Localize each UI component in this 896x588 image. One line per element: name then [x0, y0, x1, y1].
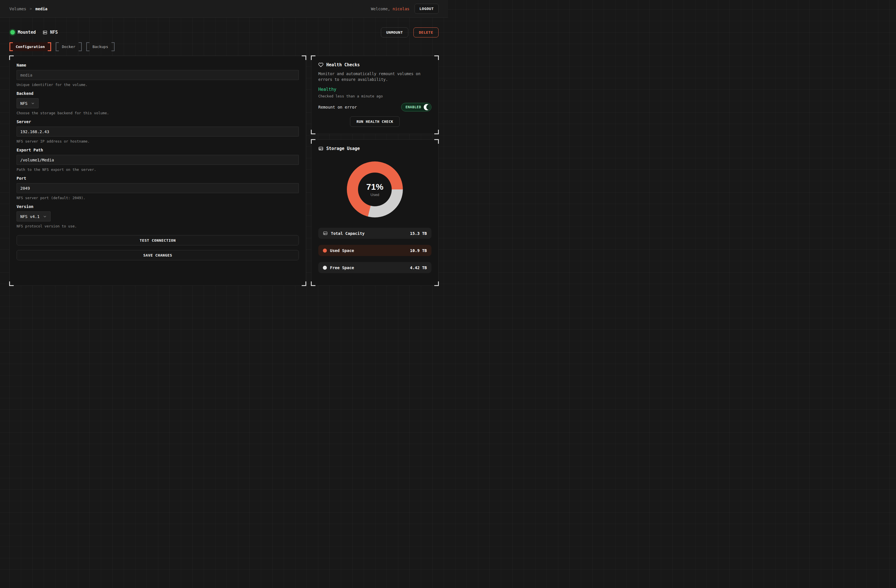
tab-docker[interactable]: Docker — [56, 42, 82, 51]
legend-value: 15.3 TB — [410, 231, 427, 236]
tab-backups[interactable]: Backups — [86, 42, 114, 51]
legend-value: 4.42 TB — [410, 265, 427, 270]
corner-bracket — [302, 55, 306, 60]
legend-value: 10.9 TB — [410, 248, 427, 253]
breadcrumb-current: media — [35, 6, 47, 11]
run-health-check-button[interactable]: RUN HEALTH CHECK — [350, 116, 400, 127]
remount-row: Remount on error ENABLED — [318, 103, 431, 111]
backend-chip-label: NFS — [50, 30, 58, 35]
backend-chip: NFS — [43, 30, 58, 35]
backend-label: Backend — [17, 91, 299, 96]
version-help: NFS protocol version to use. — [17, 224, 299, 228]
tab-bar: Configuration Docker Backups — [9, 42, 439, 51]
corner-bracket — [434, 139, 439, 144]
delete-button[interactable]: DELETE — [413, 27, 439, 37]
test-connection-button[interactable]: TEST CONNECTION — [17, 235, 299, 245]
export-path-label: Export Path — [17, 148, 299, 152]
legend-row-free: Free Space 4.42 TB — [318, 262, 431, 273]
legend-row-total: Total Capacity 15.3 TB — [318, 228, 431, 239]
breadcrumb-volumes-link[interactable]: Volumes — [9, 6, 26, 11]
server-label: Server — [17, 119, 299, 124]
corner-bracket — [434, 55, 439, 60]
welcome-prefix: Welcome, — [371, 6, 390, 11]
name-field: Name Unique identifier for the volume. — [17, 63, 299, 87]
export-path-field: Export Path Path to the NFS export on th… — [17, 148, 299, 172]
corner-bracket — [434, 130, 439, 134]
run-check-row: RUN HEALTH CHECK — [318, 116, 431, 127]
toggle-knob — [424, 104, 430, 110]
remount-label: Remount on error — [318, 105, 357, 110]
username: nicolas — [393, 6, 410, 11]
storage-legend: Total Capacity 15.3 TB Used Space 10.9 T… — [318, 228, 431, 273]
corner-bracket — [311, 130, 315, 134]
version-field: Version NFS v4.1 NFS protocol version to… — [17, 204, 299, 228]
health-panel-title: Health Checks — [318, 62, 431, 67]
corner-bracket — [311, 55, 315, 60]
breadcrumb-separator: > — [30, 6, 32, 11]
status-left: Mounted NFS — [9, 30, 58, 35]
corner-bracket — [9, 55, 14, 60]
health-checks-panel: Health Checks Monitor and automatically … — [311, 56, 439, 134]
free-dot-icon — [323, 266, 327, 270]
port-input[interactable] — [17, 183, 299, 193]
backend-select[interactable]: NFS — [17, 98, 38, 108]
legend-label: Total Capacity — [331, 231, 364, 236]
health-panel-title-text: Health Checks — [326, 62, 360, 67]
logout-button[interactable]: LOGOUT — [414, 4, 439, 14]
heart-icon — [318, 62, 323, 67]
corner-bracket — [302, 282, 306, 286]
hard-drive-icon — [323, 231, 328, 236]
version-label: Version — [17, 204, 299, 209]
corner-bracket — [311, 139, 315, 144]
server-stack-icon — [43, 30, 47, 35]
health-status: Healthy — [318, 87, 431, 92]
health-last-checked: Checked less than a minute ago — [318, 94, 431, 98]
remount-toggle[interactable]: ENABLED — [401, 103, 431, 111]
server-help: NFS server IP address or hostname. — [17, 139, 299, 143]
mount-status: Mounted — [9, 30, 36, 35]
port-help: NFS server port (default: 2049). — [17, 196, 299, 200]
backend-select-value: NFS — [20, 101, 27, 106]
legend-label: Free Space — [330, 265, 354, 270]
version-select[interactable]: NFS v4.1 — [17, 212, 50, 221]
corner-bracket — [311, 282, 315, 286]
remount-toggle-label: ENABLED — [405, 105, 421, 109]
backend-field: Backend NFS Choose the storage backend f… — [17, 91, 299, 115]
configuration-panel: Name Unique identifier for the volume. B… — [9, 56, 306, 286]
storage-percent: 71% — [366, 182, 383, 192]
server-field: Server NFS server IP address or hostname… — [17, 119, 299, 143]
mounted-label: Mounted — [18, 30, 36, 35]
port-label: Port — [17, 176, 299, 181]
name-help: Unique identifier for the volume. — [17, 82, 299, 87]
top-bar: Volumes > media Welcome, nicolas LOGOUT — [0, 0, 448, 18]
storage-percent-sublabel: Used — [370, 193, 379, 197]
corner-bracket — [9, 282, 14, 286]
export-path-help: Path to the NFS export on the server. — [17, 168, 299, 172]
name-label: Name — [17, 63, 299, 67]
legend-label: Used Space — [330, 248, 354, 253]
used-dot-icon — [323, 248, 327, 253]
legend-row-used: Used Space 10.9 TB — [318, 245, 431, 256]
unmount-button[interactable]: UNMOUNT — [381, 27, 408, 37]
hard-drive-icon — [318, 146, 323, 151]
breadcrumb: Volumes > media — [9, 6, 47, 11]
storage-panel-title-text: Storage Usage — [326, 146, 360, 151]
storage-panel-title: Storage Usage — [318, 146, 431, 151]
main-columns: Name Unique identifier for the volume. B… — [9, 56, 439, 286]
name-input[interactable] — [17, 70, 299, 80]
corner-bracket — [434, 282, 439, 286]
storage-donut: 71% Used — [347, 161, 403, 218]
export-path-input[interactable] — [17, 155, 299, 165]
status-row: Mounted NFS UNMOUNT DELETE — [9, 27, 439, 37]
health-description: Monitor and automatically remount volume… — [318, 71, 431, 82]
chevron-down-icon — [31, 101, 35, 105]
backend-help: Choose the storage backend for this volu… — [17, 111, 299, 115]
tab-configuration[interactable]: Configuration — [9, 42, 51, 51]
page-content: Mounted NFS UNMOUNT DELETE Configuration… — [0, 18, 448, 286]
welcome-text: Welcome, nicolas — [371, 6, 410, 11]
storage-usage-panel: Storage Usage 71% Used — [311, 139, 439, 286]
volume-actions: UNMOUNT DELETE — [381, 27, 439, 37]
save-changes-button[interactable]: SAVE CHANGES — [17, 250, 299, 260]
server-input[interactable] — [17, 126, 299, 137]
chevron-down-icon — [43, 215, 47, 219]
